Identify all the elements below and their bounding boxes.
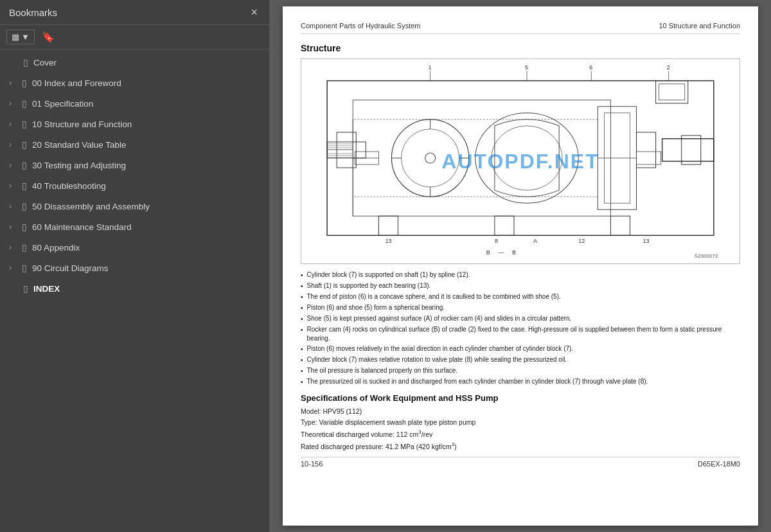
bullet-item-5: • Shoe (5) is kept pressed against surfa… [301,314,740,324]
bullet-dot-5: • [301,315,303,324]
svg-text:8: 8 [495,238,498,244]
bullet-text-8: Cylinder block (7) makes relative rotati… [307,355,567,364]
bullet-item-4: • Piston (6) and shoe (5) form a spheric… [301,303,740,313]
bookmark-toggle-button[interactable]: 🔖 [39,29,58,45]
bullet-text-4: Piston (6) and shoe (5) form a spherical… [307,303,445,312]
expand-arrow-80[interactable]: › [9,243,18,252]
view-icon: ▦ [12,32,19,42]
bullet-item-6: • Rocker cam (4) rocks on cylindrical su… [301,325,740,343]
bullet-text-10: The pressurized oil is sucked in and dis… [307,377,648,386]
bookmark-item-20[interactable]: › ▯ 20 Standard Value Table [0,134,269,155]
bookmark-icon-01: ▯ [22,98,27,109]
expand-arrow-20[interactable]: › [9,140,18,149]
bookmark-item-00[interactable]: › ▯ 00 Index and Foreword [0,73,269,93]
page-header-chapter: 10 Structure and Function [659,22,740,30]
close-button[interactable]: × [248,5,260,19]
bullet-dot-10: • [301,378,303,387]
bookmark-item-index[interactable]: ▯ INDEX [0,278,269,299]
bookmark-icon-40: ▯ [22,181,27,191]
svg-text:2: 2 [667,64,670,71]
hydraulic-diagram: 1 5 6 2 13 8 A 12 13 B — B S2300072 [301,59,740,263]
bullet-dot-3: • [301,293,303,302]
bullet-item-9: • The oil pressure is balanced properly … [301,366,740,376]
bookmark-label-cover: Cover [33,58,57,67]
svg-text:B: B [512,249,516,256]
view-options-button[interactable]: ▦ ▼ [6,30,35,44]
expand-arrow-01[interactable]: › [9,99,18,108]
sidebar: Bookmarks × ▦ ▼ 🔖 ▯ Cover › ▯ 00 Index a… [0,0,270,532]
expand-arrow-50[interactable]: › [9,202,18,211]
bookmark-label-50: 50 Disassembly and Assembly [32,202,150,211]
bullet-dot-8: • [301,356,303,365]
bookmark-item-01[interactable]: › ▯ 01 Specification [0,93,269,114]
svg-text:S2300072: S2300072 [695,253,718,259]
specs-section-title: Specifications of Work Equipment and HSS… [301,393,740,403]
bullet-item-8: • Cylinder block (7) makes relative rota… [301,355,740,365]
svg-text:5: 5 [525,64,528,71]
bullet-item-10: • The pressurized oil is sucked in and d… [301,377,740,387]
bookmark-icon-60: ▯ [22,222,27,232]
bookmark-item-30[interactable]: › ▯ 30 Testing and Adjusting [0,155,269,175]
spec-line-4: Rated discharged pressure: 41.2 MPa (420… [301,441,740,452]
section-title: Structure [301,43,740,53]
bullet-text-5: Shoe (5) is kept pressed against surface… [307,314,572,323]
expand-arrow-00[interactable]: › [9,78,18,87]
bullet-text-9: The oil pressure is balanced properly on… [307,366,458,375]
page-footer: 10-156 D65EX-18M0 [301,457,740,468]
svg-text:6: 6 [589,64,592,71]
bookmark-item-80[interactable]: › ▯ 80 Appendix [0,237,269,258]
bullet-dot-2: • [301,282,303,291]
expand-arrow-10[interactable]: › [9,120,18,129]
svg-text:13: 13 [385,238,391,244]
bookmark-item-cover[interactable]: ▯ Cover [0,52,269,73]
bookmark-label-30: 30 Testing and Adjusting [32,161,126,170]
bookmark-list: ▯ Cover › ▯ 00 Index and Foreword › ▯ 01… [0,49,269,532]
bookmark-label-90: 90 Circuit Diagrams [32,263,109,273]
expand-arrow-60[interactable]: › [9,222,18,231]
chevron-down-icon: ▼ [21,32,30,42]
bookmark-item-60[interactable]: › ▯ 60 Maintenance Standard [0,217,269,237]
sidebar-header: Bookmarks × [0,0,269,25]
bookmark-item-50[interactable]: › ▯ 50 Disassembly and Assembly [0,196,269,217]
bookmark-icon-30: ▯ [22,160,27,170]
bookmark-icon-90: ▯ [22,263,27,273]
document-code: D65EX-18M0 [698,460,740,468]
diagram-container: 1 5 6 2 13 8 A 12 13 B — B S2300072 [301,58,740,264]
page-container: Component Parts of Hydraulic System 10 S… [283,6,758,526]
bookmark-label-20: 20 Standard Value Table [32,140,127,150]
expand-arrow-90[interactable]: › [9,263,18,272]
bullet-dot-9: • [301,367,303,376]
expand-arrow-40[interactable]: › [9,181,18,190]
svg-text:1: 1 [429,64,432,71]
bullet-text-2: Shaft (1) is supported by each bearing (… [307,281,431,290]
bookmark-item-90[interactable]: › ▯ 90 Circuit Diagrams [0,258,269,278]
bullet-item-1: • Cylinder block (7) is supported on sha… [301,270,740,280]
sidebar-toolbar: ▦ ▼ 🔖 [0,25,269,49]
svg-text:—: — [498,249,504,256]
bullet-item-7: • Piston (6) moves relatively in the axi… [301,344,740,354]
spec-line-3: Theoretical discharged volume: 112 cm3/r… [301,429,740,439]
bullet-list: • Cylinder block (7) is supported on sha… [301,270,740,387]
bookmark-label-index: INDEX [33,284,60,294]
bullet-text-7: Piston (6) moves relatively in the axial… [307,344,574,353]
spec-line-2: Type: Variable displacement swash plate … [301,418,740,427]
bookmark-icon-00: ▯ [22,78,27,88]
bookmark-icon-10: ▯ [22,119,27,129]
svg-text:A: A [533,238,537,244]
bullet-text-6: Rocker cam (4) rocks on cylindrical surf… [307,325,740,343]
bookmark-item-40[interactable]: › ▯ 40 Troubleshooting [0,175,269,196]
svg-text:B: B [486,249,490,256]
svg-text:13: 13 [643,238,650,244]
bookmark-label-00: 00 Index and Foreword [32,78,121,88]
bookmark-label-40: 40 Troubleshooting [32,181,106,191]
expand-arrow-30[interactable]: › [9,161,18,170]
bookmark-icon-index: ▯ [23,283,28,294]
page-header: Component Parts of Hydraulic System 10 S… [301,22,740,34]
bullet-dot-6: • [301,326,303,335]
bookmark-item-10[interactable]: › ▯ 10 Structure and Function [0,114,269,134]
bookmark-icon-20: ▯ [22,139,27,150]
bullet-dot-4: • [301,304,303,313]
main-content: Component Parts of Hydraulic System 10 S… [270,0,771,532]
bookmark-label-01: 01 Specification [32,99,93,109]
bookmark-icon: 🔖 [42,31,55,42]
